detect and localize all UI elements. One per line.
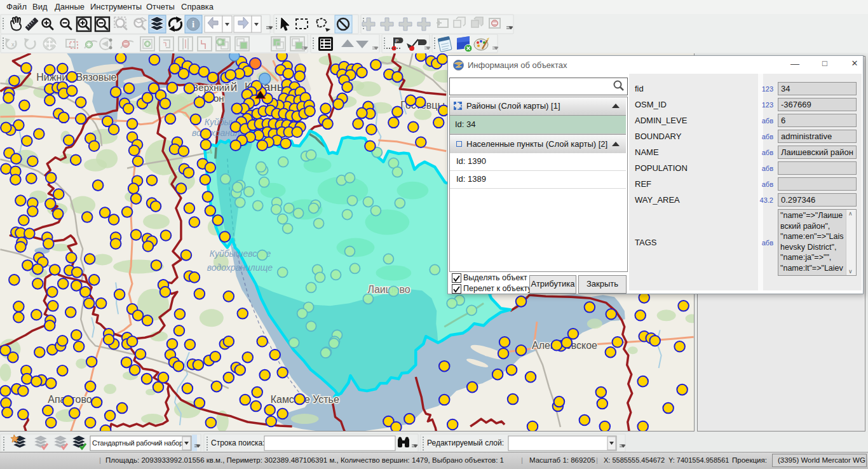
svg-text:Верхний: Верхний — [192, 82, 229, 93]
svg-text:P: P — [395, 38, 398, 44]
svg-text:й: й — [231, 80, 238, 93]
svg-text:i: i — [192, 19, 194, 29]
svg-text:Строка поиска:: Строка поиска: — [211, 438, 264, 447]
svg-text:водохранилище: водохранилище — [207, 262, 273, 273]
svg-text:x: x — [11, 41, 15, 48]
svg-text:Редактируемый слой:: Редактируемый слой: — [427, 438, 504, 447]
svg-text:Стандартный рабочий набор: Стандартный рабочий набор — [92, 439, 183, 447]
